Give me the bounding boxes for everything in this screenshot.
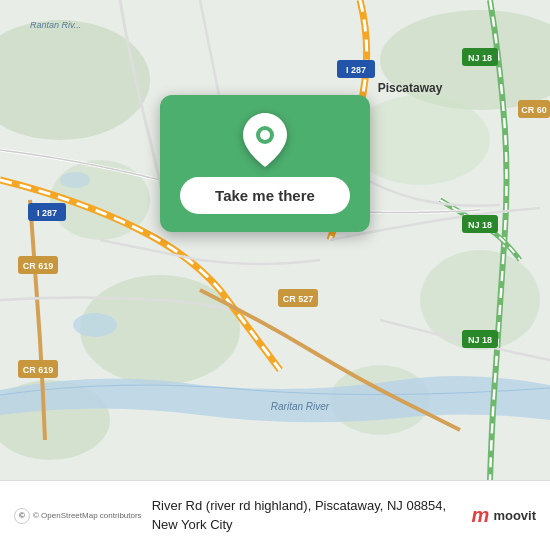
address-line1: River Rd (river rd highland), Piscataway…	[152, 498, 447, 513]
svg-text:NJ 18: NJ 18	[468, 220, 492, 230]
svg-text:CR 60: CR 60	[521, 105, 547, 115]
action-card: Take me there	[160, 95, 370, 232]
address-line2: New York City	[152, 517, 233, 532]
svg-text:CR 527: CR 527	[283, 294, 314, 304]
moovit-m-icon: m	[472, 504, 490, 527]
address-text: River Rd (river rd highland), Piscataway…	[152, 497, 462, 533]
map-container: I 287 I 287 NJ 18 NJ 18 NJ 18 CR 527 CR …	[0, 0, 550, 480]
svg-point-3	[350, 95, 490, 185]
svg-point-9	[73, 313, 117, 337]
svg-text:Piscataway: Piscataway	[378, 81, 443, 95]
take-me-there-button[interactable]: Take me there	[180, 177, 350, 214]
map-svg: I 287 I 287 NJ 18 NJ 18 NJ 18 CR 527 CR …	[0, 0, 550, 480]
location-pin-icon	[243, 113, 287, 167]
svg-text:Raritan River: Raritan River	[271, 401, 330, 412]
osm-icon: ©	[14, 508, 30, 524]
svg-point-10	[60, 172, 90, 188]
osm-credit: © OpenStreetMap contributors	[33, 511, 142, 520]
svg-text:Rantan Riv...: Rantan Riv...	[30, 20, 81, 30]
svg-point-33	[260, 130, 270, 140]
moovit-label: moovit	[493, 508, 536, 523]
bottom-bar: © © OpenStreetMap contributors River Rd …	[0, 480, 550, 550]
svg-text:I 287: I 287	[346, 65, 366, 75]
moovit-logo: m moovit	[472, 504, 536, 527]
svg-text:NJ 18: NJ 18	[468, 335, 492, 345]
osm-logo: © © OpenStreetMap contributors	[14, 508, 142, 524]
svg-text:CR 619: CR 619	[23, 261, 54, 271]
svg-text:NJ 18: NJ 18	[468, 53, 492, 63]
svg-text:CR 619: CR 619	[23, 365, 54, 375]
svg-text:I 287: I 287	[37, 208, 57, 218]
